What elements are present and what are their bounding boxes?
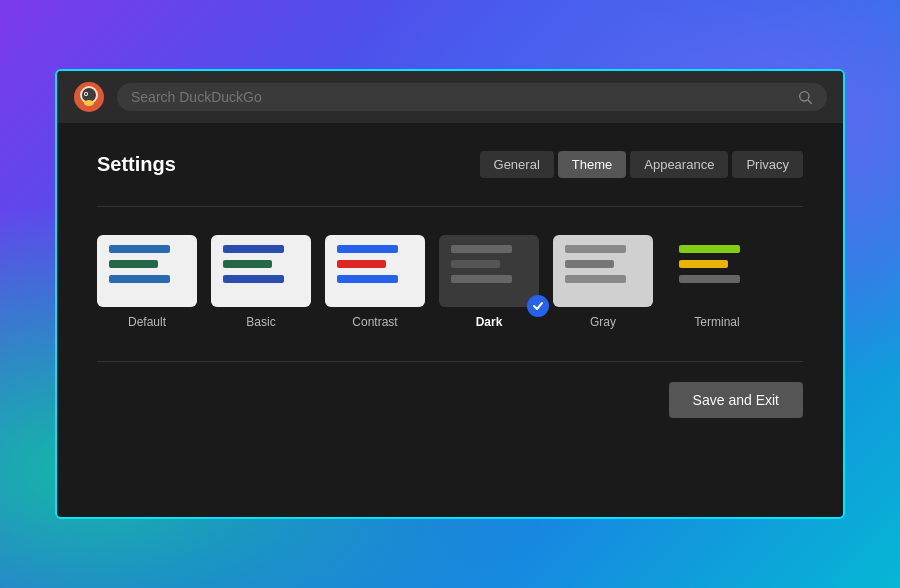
theme-card-terminal[interactable] bbox=[667, 235, 767, 307]
settings-tabs: General Theme Appearance Privacy bbox=[480, 151, 803, 178]
tab-appearance[interactable]: Appearance bbox=[630, 151, 728, 178]
theme-bar bbox=[565, 260, 614, 268]
theme-bar bbox=[679, 245, 740, 253]
theme-bar bbox=[109, 245, 170, 253]
theme-card-dark[interactable] bbox=[439, 235, 539, 307]
theme-card-wrapper-basic: Basic bbox=[211, 235, 311, 329]
theme-bar bbox=[223, 245, 284, 253]
theme-card-wrapper-terminal: Terminal bbox=[667, 235, 767, 329]
settings-title: Settings bbox=[97, 153, 176, 176]
theme-bar bbox=[451, 275, 512, 283]
theme-bar bbox=[109, 260, 158, 268]
svg-point-2 bbox=[82, 88, 96, 102]
actions-row: Save and Exit bbox=[97, 382, 803, 418]
theme-bar bbox=[451, 245, 512, 253]
theme-bar bbox=[337, 260, 386, 268]
tab-privacy[interactable]: Privacy bbox=[732, 151, 803, 178]
theme-bar bbox=[679, 275, 740, 283]
search-input[interactable] bbox=[131, 89, 789, 105]
theme-bar bbox=[337, 245, 398, 253]
browser-window: Settings General Theme Appearance Privac… bbox=[55, 69, 845, 519]
browser-topbar bbox=[57, 71, 843, 123]
theme-card-wrapper-contrast: Contrast bbox=[325, 235, 425, 329]
theme-label-dark: Dark bbox=[476, 315, 503, 329]
browser-content: Settings General Theme Appearance Privac… bbox=[57, 123, 843, 517]
theme-label-gray: Gray bbox=[590, 315, 616, 329]
theme-bar bbox=[337, 275, 398, 283]
tab-general[interactable]: General bbox=[480, 151, 554, 178]
save-and-exit-button[interactable]: Save and Exit bbox=[669, 382, 803, 418]
theme-cards-container: Default Basic Contrast bbox=[97, 235, 803, 329]
theme-label-default: Default bbox=[128, 315, 166, 329]
theme-bar bbox=[223, 275, 284, 283]
theme-card-gray[interactable] bbox=[553, 235, 653, 307]
duckduckgo-logo bbox=[73, 81, 105, 113]
theme-bar bbox=[223, 260, 272, 268]
svg-point-5 bbox=[85, 93, 87, 95]
selected-checkmark bbox=[527, 295, 549, 317]
theme-label-contrast: Contrast bbox=[352, 315, 397, 329]
svg-line-7 bbox=[808, 100, 812, 104]
svg-point-6 bbox=[800, 92, 809, 101]
header-divider bbox=[97, 206, 803, 207]
theme-card-wrapper-default: Default bbox=[97, 235, 197, 329]
theme-card-wrapper-gray: Gray bbox=[553, 235, 653, 329]
search-icon bbox=[797, 89, 813, 105]
theme-label-basic: Basic bbox=[246, 315, 275, 329]
theme-card-wrapper-dark: Dark bbox=[439, 235, 539, 329]
theme-label-terminal: Terminal bbox=[694, 315, 739, 329]
theme-card-contrast[interactable] bbox=[325, 235, 425, 307]
settings-header: Settings General Theme Appearance Privac… bbox=[97, 151, 803, 178]
theme-bar bbox=[679, 260, 728, 268]
search-bar[interactable] bbox=[117, 83, 827, 111]
svg-point-3 bbox=[84, 100, 94, 106]
theme-bar bbox=[109, 275, 170, 283]
theme-card-basic[interactable] bbox=[211, 235, 311, 307]
theme-bar bbox=[565, 275, 626, 283]
theme-card-default[interactable] bbox=[97, 235, 197, 307]
theme-bar bbox=[565, 245, 626, 253]
bottom-divider bbox=[97, 361, 803, 362]
tab-theme[interactable]: Theme bbox=[558, 151, 626, 178]
theme-bar bbox=[451, 260, 500, 268]
